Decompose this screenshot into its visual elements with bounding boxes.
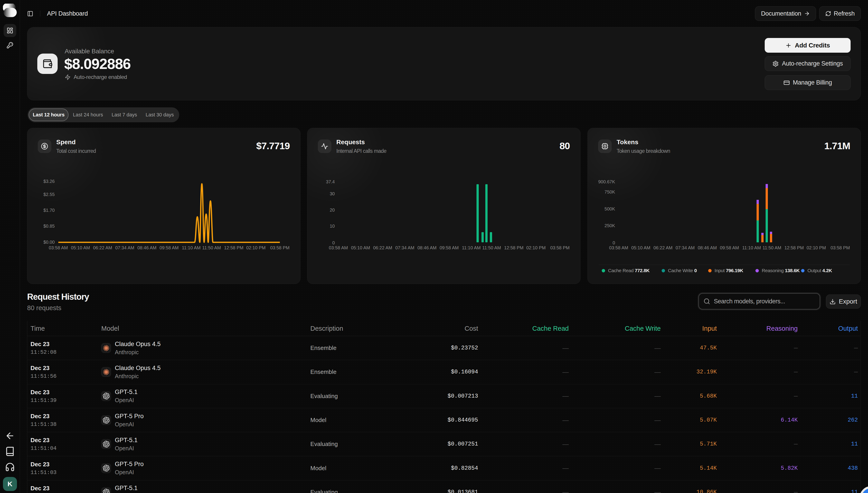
svg-text:12:58 PM: 12:58 PM	[224, 245, 243, 250]
svg-text:500K: 500K	[604, 207, 615, 211]
svg-text:12:58 PM: 12:58 PM	[504, 245, 523, 250]
svg-text:11:50 AM: 11:50 AM	[762, 245, 781, 250]
svg-text:30: 30	[330, 191, 335, 196]
svg-text:05:10 AM: 05:10 AM	[71, 245, 90, 250]
svg-text:06:22 AM: 06:22 AM	[653, 245, 673, 250]
svg-text:11:10 AM: 11:10 AM	[182, 245, 200, 250]
svg-text:37.4: 37.4	[326, 179, 335, 184]
svg-text:03:58 AM: 03:58 AM	[609, 245, 628, 250]
svg-text:11:10 AM: 11:10 AM	[742, 245, 761, 250]
svg-text:03:58 AM: 03:58 AM	[329, 245, 348, 250]
svg-text:0: 0	[332, 240, 335, 245]
svg-text:$0.00: $0.00	[43, 240, 55, 244]
svg-text:09:58 AM: 09:58 AM	[440, 245, 459, 250]
svg-text:03:58 PM: 03:58 PM	[270, 245, 289, 250]
svg-text:$0.85: $0.85	[43, 223, 55, 229]
svg-text:$1.70: $1.70	[43, 208, 55, 213]
svg-text:03:58 AM: 03:58 AM	[49, 245, 68, 250]
svg-text:02:10 PM: 02:10 PM	[246, 245, 266, 250]
svg-text:11:50 AM: 11:50 AM	[202, 245, 221, 250]
svg-text:20: 20	[330, 208, 335, 213]
svg-text:0: 0	[612, 240, 615, 245]
svg-text:02:10 PM: 02:10 PM	[526, 245, 546, 250]
svg-text:750K: 750K	[604, 189, 615, 194]
svg-text:11:50 AM: 11:50 AM	[482, 245, 501, 250]
svg-text:08:46 AM: 08:46 AM	[137, 245, 157, 250]
svg-text:07:34 AM: 07:34 AM	[395, 245, 415, 250]
svg-text:900.67K: 900.67K	[598, 179, 615, 184]
svg-text:10: 10	[330, 223, 335, 229]
svg-text:08:46 AM: 08:46 AM	[417, 245, 437, 250]
svg-text:05:10 AM: 05:10 AM	[631, 245, 651, 250]
svg-text:07:34 AM: 07:34 AM	[676, 245, 695, 250]
svg-text:250K: 250K	[604, 223, 615, 228]
svg-text:06:22 AM: 06:22 AM	[93, 245, 112, 250]
svg-text:03:58 PM: 03:58 PM	[830, 245, 850, 250]
svg-text:06:22 AM: 06:22 AM	[373, 245, 392, 250]
svg-text:$2.55: $2.55	[43, 192, 55, 197]
svg-text:08:46 AM: 08:46 AM	[698, 245, 717, 250]
svg-text:07:34 AM: 07:34 AM	[115, 245, 134, 250]
svg-text:02:10 PM: 02:10 PM	[806, 245, 826, 250]
svg-text:05:10 AM: 05:10 AM	[351, 245, 370, 250]
svg-text:12:58 PM: 12:58 PM	[784, 245, 804, 250]
svg-text:$3.26: $3.26	[43, 179, 55, 184]
svg-text:09:58 AM: 09:58 AM	[720, 245, 739, 250]
svg-text:09:58 AM: 09:58 AM	[159, 245, 179, 250]
svg-text:03:58 PM: 03:58 PM	[550, 245, 570, 250]
svg-text:11:10 AM: 11:10 AM	[462, 245, 481, 250]
